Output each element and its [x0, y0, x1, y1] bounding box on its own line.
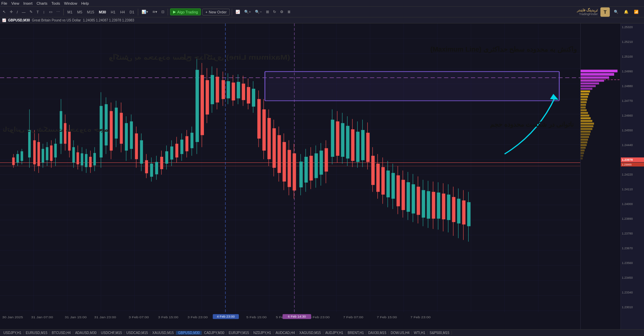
tf-m1[interactable]: M1	[66, 9, 74, 15]
svg-text:1.24220: 1.24220	[622, 173, 633, 176]
status-sp500[interactable]: S&P500,M15	[428, 331, 452, 335]
svg-rect-86	[68, 132, 71, 150]
svg-text:1.23340: 1.23340	[622, 291, 633, 294]
status-nzdjpy[interactable]: NZDJPY,H1	[251, 331, 273, 335]
crosshair-tool[interactable]: ✛	[8, 9, 14, 15]
svg-text:1.24440: 1.24440	[622, 143, 633, 147]
hline-tool[interactable]: —	[20, 9, 27, 15]
status-dax30[interactable]: DAX30,M15	[366, 331, 389, 335]
tf-h4[interactable]: H4	[118, 9, 126, 15]
svg-rect-273	[581, 136, 589, 138]
chart-type-btn[interactable]: 📊▾	[140, 9, 150, 15]
svg-rect-238	[452, 197, 455, 222]
volume-btn[interactable]: ≣	[286, 9, 292, 15]
status-usdchf[interactable]: USDCHF,M15	[99, 331, 124, 335]
fib-tool[interactable]: ⫶	[42, 9, 46, 15]
status-eurusd[interactable]: EURUSD,M15	[24, 331, 50, 335]
tf-m15[interactable]: M15	[85, 9, 96, 15]
svg-rect-240	[457, 199, 461, 223]
draw-tool[interactable]: ✎	[28, 9, 34, 15]
symbol-values: 1.24085 1.24087 1.23978 1.23983	[83, 18, 134, 22]
svg-rect-154	[237, 82, 240, 98]
status-usdjpy[interactable]: USDJPY,H1	[1, 331, 24, 335]
status-wti[interactable]: WTI,H1	[412, 331, 428, 335]
chart-svg: 30 Jan 2025 31 Jan 07:00 31 Jan 15:00 31…	[0, 23, 580, 329]
properties-btn[interactable]: ⚙	[279, 9, 285, 15]
status-eurjpy[interactable]: EURJPY,M15	[227, 331, 251, 335]
svg-text:1.24880: 1.24880	[622, 84, 633, 88]
status-cadjpy[interactable]: CADJPY,M30	[202, 331, 226, 335]
svg-rect-262	[581, 107, 586, 109]
svg-rect-160	[252, 89, 255, 107]
main-content: 30 Jan 2025 31 Jan 07:00 31 Jan 15:00 31…	[0, 23, 644, 329]
text-tool[interactable]: T	[35, 9, 40, 15]
svg-rect-70	[33, 140, 36, 164]
status-audcad[interactable]: AUDCAD,H4	[273, 331, 297, 335]
menu-item-tools[interactable]: Tools	[51, 1, 60, 5]
more-tools[interactable]: ⋯	[55, 9, 61, 15]
status-xauusd[interactable]: XAUUSD,M15	[150, 331, 176, 335]
menu-item-help[interactable]: Help	[81, 1, 89, 5]
menu-item-charts[interactable]: Charts	[37, 1, 47, 5]
zoom-in-btn[interactable]: 🔍+	[243, 9, 252, 15]
logo-line2: TradingFinder	[577, 12, 598, 16]
template-btn[interactable]: ⊡	[160, 9, 166, 15]
svg-rect-126	[165, 151, 168, 164]
search-icon[interactable]: 🔍	[612, 9, 620, 15]
signal-icon[interactable]: 📶	[633, 9, 640, 15]
status-dowus[interactable]: DOW.US,H4	[389, 331, 412, 335]
menu-item-file[interactable]: File	[1, 1, 7, 5]
status-audjpy[interactable]: AUDJPY,H1	[323, 331, 346, 335]
svg-text:3 Feb 15:00: 3 Feb 15:00	[158, 316, 178, 319]
rect-tool[interactable]: ▭	[48, 9, 54, 15]
status-adausd[interactable]: ADAUSD,M30	[73, 331, 99, 335]
order-icon: +	[205, 10, 207, 14]
status-brent[interactable]: BRENT,H1	[345, 331, 366, 335]
svg-rect-108	[120, 113, 123, 144]
auto-scroll-btn[interactable]: ↻	[272, 9, 277, 15]
svg-rect-266	[581, 117, 591, 119]
status-usdcad[interactable]: USDCAD,M15	[124, 331, 150, 335]
status-xagusd[interactable]: XAGUSD,M15	[297, 331, 323, 335]
play-icon: ▶	[173, 10, 176, 14]
svg-rect-230	[432, 192, 435, 219]
tf-d1[interactable]: D1	[128, 9, 136, 15]
svg-rect-255	[581, 88, 592, 90]
menu-item-window[interactable]: Window	[64, 1, 77, 5]
status-btcusd[interactable]: BTCUSD,H4	[50, 331, 73, 335]
cursor-tool[interactable]: ↖	[1, 9, 7, 15]
chart-style-btn[interactable]: ≋▾	[151, 9, 159, 15]
svg-rect-124	[160, 157, 163, 169]
algo-trading-btn[interactable]: ▶ Algo Trading	[170, 8, 201, 15]
zoom-out-btn[interactable]: 🔍−	[254, 9, 263, 15]
svg-rect-258	[581, 96, 588, 98]
sep2	[138, 9, 138, 15]
svg-rect-265	[581, 115, 589, 117]
tf-h1[interactable]: H1	[109, 9, 117, 15]
tf-m30[interactable]: M30	[97, 9, 108, 15]
menu-item-insert[interactable]: Insert	[23, 1, 33, 5]
new-order-btn[interactable]: + New Order	[202, 9, 230, 15]
svg-text:6 Feb 14:30: 6 Feb 14:30	[288, 315, 306, 318]
svg-rect-264	[581, 112, 588, 114]
line-tool[interactable]: /	[15, 9, 19, 15]
svg-rect-88	[72, 147, 75, 162]
svg-rect-96	[89, 157, 92, 167]
svg-rect-194	[341, 123, 344, 157]
symbol-bar: 📈 GBPUSD,M30 Great Britain Pound vs US D…	[0, 17, 644, 23]
menu-item-view[interactable]: View	[11, 1, 19, 5]
svg-rect-138	[196, 70, 199, 142]
menu-bar: File View Insert Charts Tools Window Hel…	[0, 0, 644, 7]
svg-rect-146	[216, 77, 219, 103]
svg-rect-134	[185, 136, 189, 151]
svg-text:ناتوانی در شکست محدوده حجم: ناتوانی در شکست محدوده حجم	[2, 126, 109, 133]
chart-area[interactable]: 30 Jan 2025 31 Jan 07:00 31 Jan 15:00 31…	[0, 23, 580, 329]
svg-text:1.25210: 1.25210	[622, 40, 633, 44]
svg-rect-251	[581, 76, 609, 79]
status-gbpusd[interactable]: GBPUSD,M30	[176, 331, 202, 335]
svg-rect-174	[287, 150, 291, 187]
tf-m5[interactable]: M5	[75, 9, 84, 15]
notification-icon[interactable]: 🔔	[623, 9, 630, 15]
grid-btn[interactable]: ⊞	[265, 9, 270, 15]
indicator-btn[interactable]: 📈	[234, 9, 241, 15]
